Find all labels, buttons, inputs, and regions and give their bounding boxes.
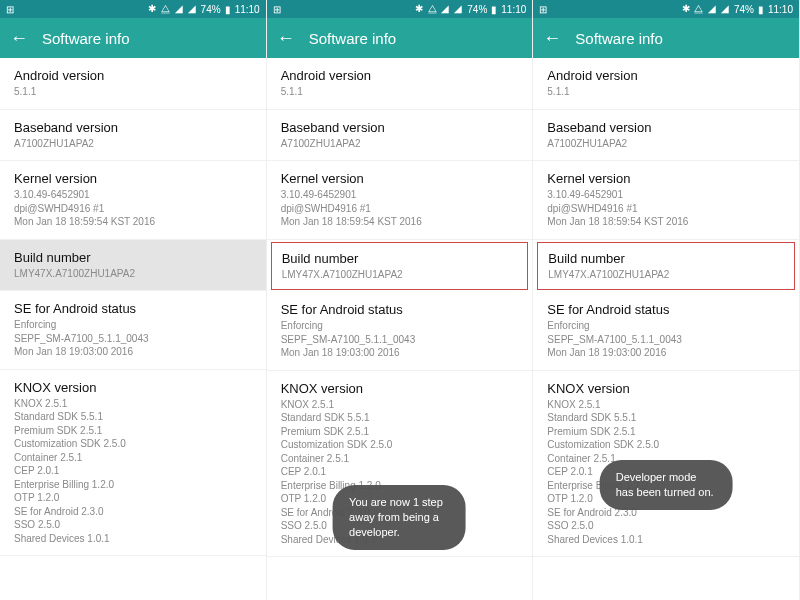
row-value: CEP 2.0.1 <box>14 464 252 478</box>
row-value: 5.1.1 <box>281 85 519 99</box>
row-value: LMY47X.A7100ZHU1APA2 <box>282 268 518 282</box>
row-se-android-status[interactable]: SE for Android status Enforcing SEPF_SM-… <box>533 292 799 371</box>
row-value: SEPF_SM-A7100_5.1.1_0043 <box>14 332 252 346</box>
row-knox-version[interactable]: KNOX version KNOX 2.5.1 Standard SDK 5.5… <box>0 370 266 557</box>
row-label: KNOX version <box>14 380 252 395</box>
phone-screen-3: ⊞ ✱ ⧋ ◢ ◢ 74% ▮ 11:10 ← Software info An… <box>533 0 800 600</box>
row-android-version[interactable]: Android version 5.1.1 <box>267 58 533 110</box>
back-icon[interactable]: ← <box>10 29 28 47</box>
row-value: Customization SDK 2.5.0 <box>14 437 252 451</box>
row-kernel-version[interactable]: Kernel version 3.10.49-6452901 dpi@SWHD4… <box>267 161 533 240</box>
row-build-number[interactable]: Build number LMY47X.A7100ZHU1APA2 <box>537 242 795 291</box>
row-value: SEPF_SM-A7100_5.1.1_0043 <box>547 333 785 347</box>
row-value: Container 2.5.1 <box>14 451 252 465</box>
row-value: 3.10.49-6452901 <box>14 188 252 202</box>
row-value: Container 2.5.1 <box>281 452 519 466</box>
row-value: SSO 2.5.0 <box>14 518 252 532</box>
row-value: Enforcing <box>281 319 519 333</box>
row-value: A7100ZHU1APA2 <box>547 137 785 151</box>
row-value: Standard SDK 5.5.1 <box>547 411 785 425</box>
row-value: Premium SDK 2.5.1 <box>14 424 252 438</box>
battery-icon: ▮ <box>225 4 231 15</box>
row-value: KNOX 2.5.1 <box>547 398 785 412</box>
row-android-version[interactable]: Android version 5.1.1 <box>0 58 266 110</box>
row-value: Customization SDK 2.5.0 <box>281 438 519 452</box>
row-se-android-status[interactable]: SE for Android status Enforcing SEPF_SM-… <box>267 292 533 371</box>
battery-text: 74% <box>201 4 221 15</box>
status-icons: ✱ ⧋ ◢ ◢ <box>682 3 730 15</box>
battery-text: 74% <box>734 4 754 15</box>
toast-developer-on: Developer mode has been turned on. <box>600 460 733 510</box>
row-value: Shared Devices 1.0.1 <box>14 532 252 546</box>
row-kernel-version[interactable]: Kernel version 3.10.49-6452901 dpi@SWHD4… <box>533 161 799 240</box>
row-label: Baseband version <box>281 120 519 135</box>
row-label: Kernel version <box>547 171 785 186</box>
row-value: Premium SDK 2.5.1 <box>281 425 519 439</box>
app-header: ← Software info <box>533 18 799 58</box>
clock: 11:10 <box>768 4 793 15</box>
row-value: LMY47X.A7100ZHU1APA2 <box>14 267 252 281</box>
settings-list[interactable]: Android version 5.1.1 Baseband version A… <box>533 58 799 600</box>
row-value: Standard SDK 5.5.1 <box>14 410 252 424</box>
back-icon[interactable]: ← <box>543 29 561 47</box>
back-icon[interactable]: ← <box>277 29 295 47</box>
row-build-number[interactable]: Build number LMY47X.A7100ZHU1APA2 <box>271 242 529 291</box>
row-label: Android version <box>547 68 785 83</box>
row-label: SE for Android status <box>547 302 785 317</box>
row-value: Premium SDK 2.5.1 <box>547 425 785 439</box>
row-value: dpi@SWHD4916 #1 <box>281 202 519 216</box>
row-value: Mon Jan 18 19:03:00 2016 <box>281 346 519 360</box>
row-value: Customization SDK 2.5.0 <box>547 438 785 452</box>
row-value: dpi@SWHD4916 #1 <box>547 202 785 216</box>
row-value: Mon Jan 18 18:59:54 KST 2016 <box>14 215 252 229</box>
row-value: LMY47X.A7100ZHU1APA2 <box>548 268 784 282</box>
app-header: ← Software info <box>267 18 533 58</box>
row-label: Build number <box>282 251 518 266</box>
status-notification-icon: ⊞ <box>6 4 14 15</box>
row-value: Enforcing <box>14 318 252 332</box>
row-value: Standard SDK 5.5.1 <box>281 411 519 425</box>
row-label: Android version <box>281 68 519 83</box>
row-android-version[interactable]: Android version 5.1.1 <box>533 58 799 110</box>
row-value: KNOX 2.5.1 <box>14 397 252 411</box>
row-baseband-version[interactable]: Baseband version A7100ZHU1APA2 <box>267 110 533 162</box>
phone-screen-2: ⊞ ✱ ⧋ ◢ ◢ 74% ▮ 11:10 ← Software info An… <box>267 0 534 600</box>
battery-text: 74% <box>467 4 487 15</box>
row-label: KNOX version <box>547 381 785 396</box>
clock: 11:10 <box>501 4 526 15</box>
row-value: A7100ZHU1APA2 <box>281 137 519 151</box>
row-value: Mon Jan 18 18:59:54 KST 2016 <box>281 215 519 229</box>
row-value: A7100ZHU1APA2 <box>14 137 252 151</box>
status-icons: ✱ ⧋ ◢ ◢ <box>148 3 196 15</box>
settings-list[interactable]: Android version 5.1.1 Baseband version A… <box>0 58 266 600</box>
row-label: Baseband version <box>14 120 252 135</box>
row-value: 5.1.1 <box>14 85 252 99</box>
row-value: CEP 2.0.1 <box>281 465 519 479</box>
row-value: SEPF_SM-A7100_5.1.1_0043 <box>281 333 519 347</box>
row-value: Shared Devices 1.0.1 <box>547 533 785 547</box>
row-label: Build number <box>14 250 252 265</box>
row-baseband-version[interactable]: Baseband version A7100ZHU1APA2 <box>0 110 266 162</box>
row-value: SE for Android 2.3.0 <box>14 505 252 519</box>
row-value: Mon Jan 18 19:03:00 2016 <box>14 345 252 359</box>
row-value: Enterprise Billing 1.2.0 <box>14 478 252 492</box>
row-baseband-version[interactable]: Baseband version A7100ZHU1APA2 <box>533 110 799 162</box>
status-notification-icon: ⊞ <box>273 4 281 15</box>
page-title: Software info <box>575 30 663 47</box>
row-value: KNOX 2.5.1 <box>281 398 519 412</box>
row-label: KNOX version <box>281 381 519 396</box>
row-value: 3.10.49-6452901 <box>547 188 785 202</box>
row-kernel-version[interactable]: Kernel version 3.10.49-6452901 dpi@SWHD4… <box>0 161 266 240</box>
row-value: dpi@SWHD4916 #1 <box>14 202 252 216</box>
row-se-android-status[interactable]: SE for Android status Enforcing SEPF_SM-… <box>0 291 266 370</box>
row-value: Enforcing <box>547 319 785 333</box>
row-label: SE for Android status <box>281 302 519 317</box>
phone-screen-1: ⊞ ✱ ⧋ ◢ ◢ 74% ▮ 11:10 ← Software info An… <box>0 0 267 600</box>
row-value: 5.1.1 <box>547 85 785 99</box>
row-value: SSO 2.5.0 <box>547 519 785 533</box>
status-icons: ✱ ⧋ ◢ ◢ <box>415 3 463 15</box>
app-header: ← Software info <box>0 18 266 58</box>
row-label: Build number <box>548 251 784 266</box>
status-bar: ⊞ ✱ ⧋ ◢ ◢ 74% ▮ 11:10 <box>533 0 799 18</box>
row-build-number[interactable]: Build number LMY47X.A7100ZHU1APA2 <box>0 240 266 292</box>
